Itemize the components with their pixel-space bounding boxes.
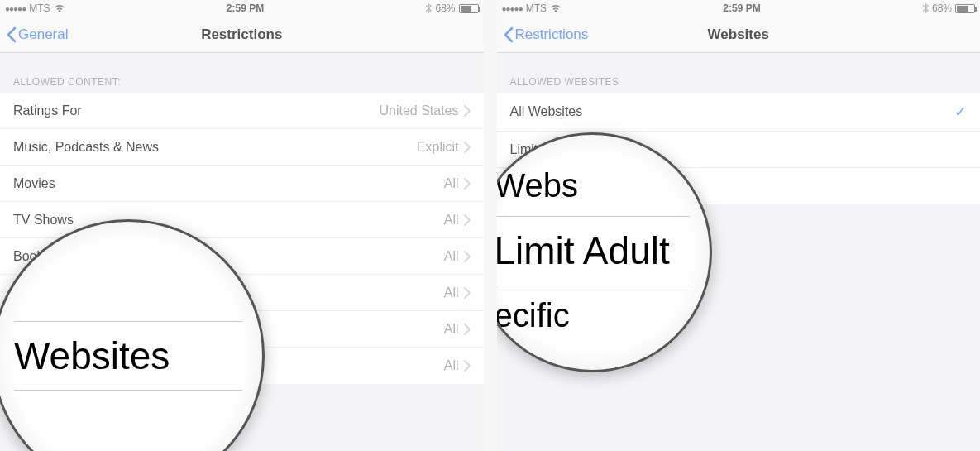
back-label: General bbox=[18, 26, 68, 43]
websites-panel: ●●●●● MTS 2:59 PM 68% Restrictions Websi… bbox=[497, 0, 981, 451]
restrictions-panel: ●●●●● MTS 2:59 PM 68% General Restrictio… bbox=[0, 0, 484, 451]
carrier-label: MTS bbox=[29, 2, 50, 14]
bluetooth-icon bbox=[425, 3, 432, 13]
chevron-right-icon bbox=[464, 142, 471, 153]
chevron-right-icon bbox=[464, 251, 471, 262]
row-label: All Websites bbox=[510, 104, 583, 119]
chevron-right-icon bbox=[464, 360, 471, 372]
nav-title: Websites bbox=[708, 26, 769, 43]
chevron-right-icon bbox=[464, 287, 471, 299]
chevron-right-icon bbox=[464, 105, 471, 117]
row-value: All bbox=[444, 176, 459, 191]
row-label: Music, Podcasts & News bbox=[13, 140, 159, 155]
row-value: Explicit bbox=[417, 140, 459, 155]
row-ratings-for[interactable]: Ratings For United States bbox=[0, 93, 484, 129]
lens-text: Limit Adult bbox=[497, 228, 690, 273]
status-bar: ●●●●● MTS 2:59 PM 68% bbox=[497, 0, 981, 17]
back-button[interactable]: General bbox=[7, 26, 68, 43]
chevron-right-icon bbox=[464, 178, 471, 190]
status-time: 2:59 PM bbox=[227, 2, 264, 14]
row-label: Movies bbox=[13, 176, 55, 191]
signal-dots-icon: ●●●●● bbox=[5, 4, 26, 13]
chevron-left-icon bbox=[7, 26, 17, 43]
row-value: All bbox=[444, 249, 459, 264]
row-label: Ratings For bbox=[13, 103, 82, 118]
back-label: Restrictions bbox=[515, 26, 589, 43]
chevron-left-icon bbox=[504, 26, 514, 43]
lens-text-top: Webs bbox=[497, 167, 690, 204]
nav-title: Restrictions bbox=[201, 26, 282, 43]
section-header: ALLOWED WEBSITES bbox=[497, 53, 981, 93]
row-music-podcasts-news[interactable]: Music, Podcasts & News Explicit bbox=[0, 129, 484, 166]
status-time: 2:59 PM bbox=[723, 2, 760, 14]
chevron-right-icon bbox=[464, 214, 471, 226]
back-button[interactable]: Restrictions bbox=[504, 26, 589, 43]
row-value: United States bbox=[379, 103, 458, 118]
carrier-label: MTS bbox=[526, 2, 547, 14]
checkmark-icon: ✓ bbox=[954, 103, 967, 121]
row-value: All bbox=[444, 358, 459, 373]
wifi-icon bbox=[550, 4, 562, 12]
status-bar: ●●●●● MTS 2:59 PM 68% bbox=[0, 0, 484, 17]
battery-percent: 68% bbox=[435, 2, 455, 14]
row-value: All bbox=[444, 285, 459, 300]
bluetooth-icon bbox=[922, 3, 929, 13]
row-all-websites[interactable]: All Websites ✓ bbox=[497, 93, 981, 132]
nav-bar: General Restrictions bbox=[0, 17, 484, 53]
chevron-right-icon bbox=[464, 324, 471, 335]
section-header: ALLOWED CONTENT: bbox=[0, 53, 484, 93]
lens-text: Websites bbox=[14, 333, 242, 378]
wifi-icon bbox=[54, 4, 65, 12]
signal-dots-icon: ●●●●● bbox=[502, 4, 523, 13]
row-label: TV Shows bbox=[13, 213, 74, 228]
row-value: All bbox=[444, 213, 459, 228]
battery-fill bbox=[957, 6, 968, 12]
lens-text-bottom: ecific bbox=[497, 297, 690, 334]
battery-icon bbox=[955, 4, 975, 13]
row-value: All bbox=[444, 322, 459, 337]
battery-fill bbox=[461, 6, 472, 12]
battery-percent: 68% bbox=[932, 2, 952, 14]
nav-bar: Restrictions Websites bbox=[497, 17, 981, 53]
battery-icon bbox=[459, 4, 479, 13]
row-movies[interactable]: Movies All bbox=[0, 166, 484, 202]
